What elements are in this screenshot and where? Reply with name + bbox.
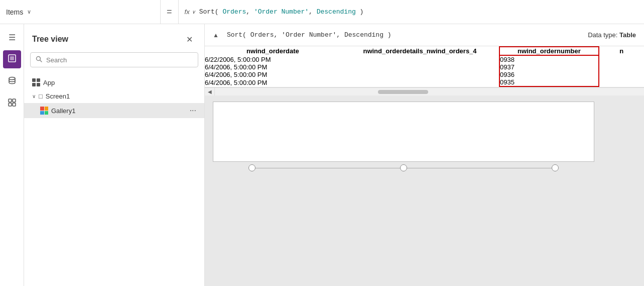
tree-header: Tree view ✕ — [24, 24, 204, 52]
table-row: 6/4/2006, 5:00:00 PM 0936 — [205, 71, 644, 78]
right-content: ▲ Sort( Orders, 'Order Number', Descendi… — [205, 24, 644, 286]
tree-item-screen1[interactable]: ∨ □ Screen1 — [24, 89, 204, 103]
cell-extra-3 — [599, 71, 644, 78]
top-bar: Items ∨ = fx ∨ Sort( Orders, 'Order Numb… — [0, 0, 644, 24]
scroll-left-button[interactable]: ◀ — [205, 88, 215, 96]
sidebar-icons: ☰ — [0, 24, 24, 286]
cell-orderdetails-3 — [341, 71, 499, 78]
close-button[interactable]: ✕ — [182, 32, 196, 46]
scrollbar-area: ◀ — [205, 87, 644, 96]
data-table: nwind_orderdate nwind_orderdetails_nwind… — [205, 46, 644, 87]
scrollbar-track[interactable] — [215, 90, 644, 94]
col-header-orderdate: nwind_orderdate — [205, 47, 341, 55]
cell-orderdetails-2 — [341, 63, 499, 71]
tree-item-app[interactable]: App — [24, 75, 204, 89]
layers-icon-btn[interactable] — [3, 50, 21, 68]
col-header-ordernumber: nwind_ordernumber — [499, 47, 599, 55]
fx-label: fx ∨ — [185, 8, 195, 16]
handle-right[interactable] — [552, 164, 559, 171]
scroll-left-icon: ◀ — [208, 89, 212, 94]
tree-item-gallery1[interactable]: Gallery1 ··· — [24, 103, 204, 118]
search-box[interactable] — [30, 52, 198, 67]
table-row: 6/4/2006, 5:00:00 PM 0937 — [205, 63, 644, 71]
handle-line-left — [255, 168, 400, 168]
table-scroll-area[interactable]: nwind_orderdate nwind_orderdetails_nwind… — [205, 46, 644, 87]
handle-line-right — [407, 168, 552, 168]
close-icon: ✕ — [186, 35, 193, 44]
cell-orderdate-4: 6/4/2006, 5:00:00 PM — [205, 78, 341, 86]
hamburger-icon: ☰ — [9, 33, 16, 42]
items-dropdown[interactable]: Items ∨ — [6, 8, 31, 16]
cell-orderdetails-4 — [341, 78, 499, 86]
items-label: Items — [6, 8, 23, 16]
svg-rect-1 — [10, 56, 14, 60]
formula-result-bar: ▲ Sort( Orders, 'Order Number', Descendi… — [205, 24, 644, 46]
cell-ordernumber-2: 0937 — [499, 63, 599, 71]
cell-extra-4 — [599, 78, 644, 86]
svg-rect-5 — [9, 103, 12, 106]
layers-icon — [8, 54, 17, 65]
search-icon — [36, 56, 42, 64]
svg-point-2 — [9, 77, 15, 80]
table-row: 6/4/2006, 5:00:00 PM 0935 — [205, 78, 644, 86]
data-view: nwind_orderdate nwind_orderdetails_nwind… — [205, 46, 644, 87]
formula-bar: fx ∨ Sort( Orders, 'Order Number', Desce… — [179, 0, 644, 24]
formula-result-text: Sort( Orders, 'Order Number', Descending… — [227, 31, 392, 39]
scrollbar-thumb[interactable] — [378, 90, 428, 94]
tree-content: App ∨ □ Screen1 Gallery1 ··· — [24, 73, 204, 286]
cell-extra-1 — [599, 55, 644, 63]
cell-orderdetails-1 — [341, 55, 499, 63]
chevron-down-icon: ∨ — [27, 9, 31, 15]
search-input[interactable] — [46, 56, 193, 64]
collapse-button[interactable]: ▲ — [213, 32, 219, 39]
fx-chevron-icon: ∨ — [192, 9, 195, 15]
app-label: App — [43, 79, 196, 86]
cell-extra-2 — [599, 63, 644, 71]
canvas-wrapper — [205, 96, 644, 286]
handle-left[interactable] — [248, 164, 255, 171]
tools-icon-btn[interactable] — [3, 94, 21, 113]
collapse-icon: ▲ — [213, 32, 219, 39]
table-row: 6/22/2006, 5:00:00 PM 0938 — [205, 55, 644, 63]
cell-orderdate-3: 6/4/2006, 5:00:00 PM — [205, 71, 341, 78]
cell-ordernumber-4: 0935 — [499, 78, 599, 86]
formula-text[interactable]: Sort( Orders, 'Order Number', Descending… — [199, 8, 638, 16]
data-icon — [8, 76, 17, 87]
svg-rect-3 — [9, 99, 12, 102]
tree-panel: Tree view ✕ App ∨ — [24, 24, 205, 286]
tree-title: Tree view — [32, 35, 68, 44]
canvas-inner[interactable] — [213, 102, 594, 162]
screen1-square-icon: □ — [39, 92, 43, 100]
cell-ordernumber-3: 0936 — [499, 71, 599, 78]
tools-icon — [8, 98, 17, 109]
main-content: ☰ — [0, 24, 644, 286]
svg-rect-4 — [13, 99, 16, 102]
data-type-label: Data type: Table — [588, 31, 636, 39]
cell-ordernumber-1: 0938 — [499, 55, 599, 63]
svg-line-8 — [40, 60, 42, 62]
svg-rect-6 — [13, 103, 16, 106]
screen1-chevron-icon: ∨ — [32, 93, 36, 99]
col-header-orderdetails: nwind_orderdetails_nwind_orders_4 — [341, 47, 499, 55]
gallery1-more-icon[interactable]: ··· — [190, 106, 196, 115]
hamburger-icon-btn[interactable]: ☰ — [3, 28, 21, 46]
cell-orderdate-1: 6/22/2006, 5:00:00 PM — [205, 55, 341, 63]
gallery-icon — [40, 107, 48, 115]
items-dropdown-area: Items ∨ — [0, 0, 161, 24]
data-icon-btn[interactable] — [3, 72, 21, 90]
screen1-label: Screen1 — [46, 92, 196, 100]
equals-sign: = — [161, 0, 179, 24]
handle-middle[interactable] — [400, 164, 407, 171]
cell-orderdate-2: 6/4/2006, 5:00:00 PM — [205, 63, 341, 71]
col-header-extra: n — [599, 47, 644, 55]
gallery1-label: Gallery1 — [51, 107, 187, 115]
app-grid-icon — [32, 78, 40, 86]
